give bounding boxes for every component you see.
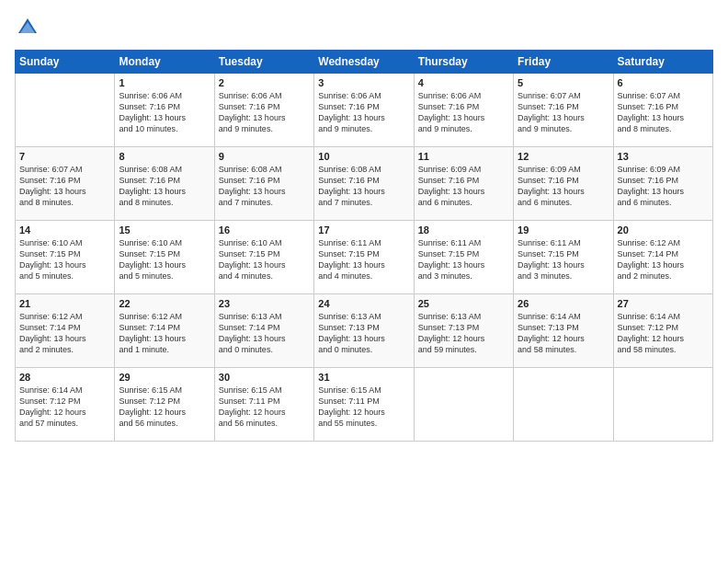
day-number: 22 — [119, 298, 210, 309]
calendar-cell: 3Sunrise: 6:06 AM Sunset: 7:16 PM Daylig… — [314, 74, 414, 147]
day-info: Sunrise: 6:10 AM Sunset: 7:15 PM Dayligh… — [19, 237, 110, 282]
day-number: 7 — [19, 151, 110, 162]
day-header-tuesday: Tuesday — [214, 51, 313, 74]
week-row-1: 1Sunrise: 6:06 AM Sunset: 7:16 PM Daylig… — [16, 74, 713, 147]
calendar-cell: 16Sunrise: 6:10 AM Sunset: 7:15 PM Dayli… — [214, 221, 313, 294]
day-number: 13 — [618, 151, 709, 162]
day-number: 10 — [318, 151, 409, 162]
day-number: 23 — [219, 298, 310, 309]
day-info: Sunrise: 6:08 AM Sunset: 7:16 PM Dayligh… — [219, 164, 310, 209]
day-info: Sunrise: 6:13 AM Sunset: 7:13 PM Dayligh… — [418, 311, 509, 356]
day-info: Sunrise: 6:14 AM Sunset: 7:12 PM Dayligh… — [618, 311, 709, 356]
day-number: 1 — [119, 77, 210, 88]
day-number: 5 — [518, 77, 609, 88]
day-number: 27 — [618, 298, 709, 309]
calendar-cell: 4Sunrise: 6:06 AM Sunset: 7:16 PM Daylig… — [414, 74, 513, 147]
day-number: 18 — [418, 224, 509, 236]
day-info: Sunrise: 6:12 AM Sunset: 7:14 PM Dayligh… — [19, 311, 110, 356]
day-number: 25 — [418, 298, 509, 309]
day-header-monday: Monday — [115, 51, 214, 74]
day-info: Sunrise: 6:11 AM Sunset: 7:15 PM Dayligh… — [418, 237, 509, 282]
day-info: Sunrise: 6:13 AM Sunset: 7:13 PM Dayligh… — [318, 311, 409, 356]
logo-icon — [15, 15, 40, 40]
calendar-cell: 21Sunrise: 6:12 AM Sunset: 7:14 PM Dayli… — [16, 294, 115, 368]
day-info: Sunrise: 6:13 AM Sunset: 7:14 PM Dayligh… — [219, 311, 310, 356]
day-number: 4 — [418, 77, 509, 88]
day-info: Sunrise: 6:06 AM Sunset: 7:16 PM Dayligh… — [418, 90, 509, 135]
calendar-cell: 19Sunrise: 6:11 AM Sunset: 7:15 PM Dayli… — [514, 221, 613, 294]
calendar-cell: 15Sunrise: 6:10 AM Sunset: 7:15 PM Dayli… — [115, 221, 214, 294]
day-header-saturday: Saturday — [613, 51, 712, 74]
day-info: Sunrise: 6:09 AM Sunset: 7:16 PM Dayligh… — [518, 164, 609, 209]
calendar-cell: 20Sunrise: 6:12 AM Sunset: 7:14 PM Dayli… — [613, 221, 712, 294]
day-info: Sunrise: 6:14 AM Sunset: 7:13 PM Dayligh… — [518, 311, 609, 356]
day-info: Sunrise: 6:11 AM Sunset: 7:15 PM Dayligh… — [518, 237, 609, 282]
week-row-3: 14Sunrise: 6:10 AM Sunset: 7:15 PM Dayli… — [16, 221, 713, 294]
calendar-cell: 23Sunrise: 6:13 AM Sunset: 7:14 PM Dayli… — [214, 294, 313, 368]
day-header-friday: Friday — [514, 51, 613, 74]
calendar-cell: 14Sunrise: 6:10 AM Sunset: 7:15 PM Dayli… — [16, 221, 115, 294]
calendar-cell: 26Sunrise: 6:14 AM Sunset: 7:13 PM Dayli… — [514, 294, 613, 368]
day-info: Sunrise: 6:11 AM Sunset: 7:15 PM Dayligh… — [318, 237, 409, 282]
calendar-cell: 31Sunrise: 6:15 AM Sunset: 7:11 PM Dayli… — [314, 368, 414, 442]
calendar-cell — [613, 368, 712, 442]
calendar-cell: 24Sunrise: 6:13 AM Sunset: 7:13 PM Dayli… — [314, 294, 414, 368]
calendar-cell: 25Sunrise: 6:13 AM Sunset: 7:13 PM Dayli… — [414, 294, 513, 368]
day-number: 26 — [518, 298, 609, 309]
day-number: 12 — [518, 151, 609, 162]
calendar-cell: 11Sunrise: 6:09 AM Sunset: 7:16 PM Dayli… — [414, 147, 513, 221]
calendar-cell: 22Sunrise: 6:12 AM Sunset: 7:14 PM Dayli… — [115, 294, 214, 368]
calendar-cell: 28Sunrise: 6:14 AM Sunset: 7:12 PM Dayli… — [16, 368, 115, 442]
day-number: 11 — [418, 151, 509, 162]
calendar-cell: 18Sunrise: 6:11 AM Sunset: 7:15 PM Dayli… — [414, 221, 513, 294]
day-info: Sunrise: 6:07 AM Sunset: 7:16 PM Dayligh… — [518, 90, 609, 135]
day-number: 3 — [318, 77, 409, 88]
week-row-2: 7Sunrise: 6:07 AM Sunset: 7:16 PM Daylig… — [16, 147, 713, 221]
day-info: Sunrise: 6:10 AM Sunset: 7:15 PM Dayligh… — [219, 237, 310, 282]
calendar-cell: 27Sunrise: 6:14 AM Sunset: 7:12 PM Dayli… — [613, 294, 712, 368]
logo — [15, 15, 44, 40]
day-header-sunday: Sunday — [16, 51, 115, 74]
calendar-cell — [414, 368, 513, 442]
day-header-wednesday: Wednesday — [314, 51, 414, 74]
day-number: 30 — [219, 372, 310, 383]
calendar-cell: 6Sunrise: 6:07 AM Sunset: 7:16 PM Daylig… — [613, 74, 712, 147]
day-number: 20 — [618, 224, 709, 236]
week-row-4: 21Sunrise: 6:12 AM Sunset: 7:14 PM Dayli… — [16, 294, 713, 368]
calendar-header: SundayMondayTuesdayWednesdayThursdayFrid… — [16, 51, 713, 74]
calendar-cell: 13Sunrise: 6:09 AM Sunset: 7:16 PM Dayli… — [613, 147, 712, 221]
day-info: Sunrise: 6:15 AM Sunset: 7:12 PM Dayligh… — [119, 385, 210, 430]
day-number: 17 — [318, 224, 409, 236]
day-number: 9 — [219, 151, 310, 162]
day-number: 16 — [219, 224, 310, 236]
day-number: 31 — [318, 372, 409, 383]
day-number: 21 — [19, 298, 110, 309]
calendar-cell: 8Sunrise: 6:08 AM Sunset: 7:16 PM Daylig… — [115, 147, 214, 221]
day-info: Sunrise: 6:09 AM Sunset: 7:16 PM Dayligh… — [618, 164, 709, 209]
calendar-cell — [514, 368, 613, 442]
day-info: Sunrise: 6:14 AM Sunset: 7:12 PM Dayligh… — [19, 385, 110, 430]
calendar-cell: 9Sunrise: 6:08 AM Sunset: 7:16 PM Daylig… — [214, 147, 313, 221]
day-number: 19 — [518, 224, 609, 236]
day-number: 14 — [19, 224, 110, 236]
day-info: Sunrise: 6:07 AM Sunset: 7:16 PM Dayligh… — [618, 90, 709, 135]
day-info: Sunrise: 6:12 AM Sunset: 7:14 PM Dayligh… — [119, 311, 210, 356]
calendar-cell: 30Sunrise: 6:15 AM Sunset: 7:11 PM Dayli… — [214, 368, 313, 442]
day-number: 15 — [119, 224, 210, 236]
calendar-cell: 1Sunrise: 6:06 AM Sunset: 7:16 PM Daylig… — [115, 74, 214, 147]
day-info: Sunrise: 6:08 AM Sunset: 7:16 PM Dayligh… — [318, 164, 409, 209]
day-number: 29 — [119, 372, 210, 383]
week-row-5: 28Sunrise: 6:14 AM Sunset: 7:12 PM Dayli… — [16, 368, 713, 442]
calendar-cell: 29Sunrise: 6:15 AM Sunset: 7:12 PM Dayli… — [115, 368, 214, 442]
day-info: Sunrise: 6:10 AM Sunset: 7:15 PM Dayligh… — [119, 237, 210, 282]
day-info: Sunrise: 6:15 AM Sunset: 7:11 PM Dayligh… — [219, 385, 310, 430]
day-info: Sunrise: 6:07 AM Sunset: 7:16 PM Dayligh… — [19, 164, 110, 209]
day-info: Sunrise: 6:09 AM Sunset: 7:16 PM Dayligh… — [418, 164, 509, 209]
calendar-cell: 2Sunrise: 6:06 AM Sunset: 7:16 PM Daylig… — [214, 74, 313, 147]
calendar-cell: 5Sunrise: 6:07 AM Sunset: 7:16 PM Daylig… — [514, 74, 613, 147]
day-info: Sunrise: 6:12 AM Sunset: 7:14 PM Dayligh… — [618, 237, 709, 282]
day-header-thursday: Thursday — [414, 51, 513, 74]
day-number: 8 — [119, 151, 210, 162]
day-number: 24 — [318, 298, 409, 309]
page-header — [15, 15, 713, 40]
